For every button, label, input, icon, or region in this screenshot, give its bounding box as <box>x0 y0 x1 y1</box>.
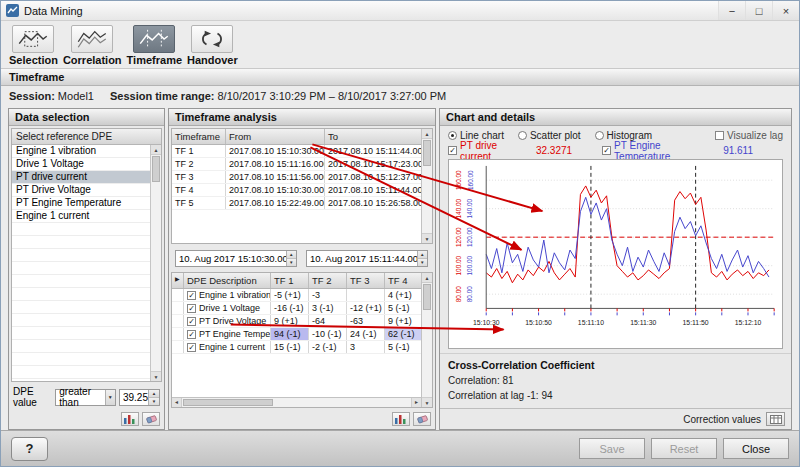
corr-value-cell[interactable]: -63 <box>347 315 385 327</box>
maximize-button[interactable]: □ <box>745 1 772 20</box>
to-datetime-spinner[interactable]: ▲▼ <box>417 251 427 266</box>
tool-timeframe[interactable]: Timeframe <box>127 25 182 66</box>
tf-column-header[interactable]: Timeframe <box>172 129 226 144</box>
reset-button[interactable]: Reset <box>651 438 717 459</box>
list-item[interactable]: PT Engine Temperature <box>12 197 150 210</box>
dpe-value-input[interactable]: 39.25 ▲▼ <box>119 389 160 406</box>
scroll-down-icon[interactable]: ▼ <box>422 233 432 243</box>
vertical-scrollbar[interactable]: ▲▼ <box>421 129 432 243</box>
scroll-thumb[interactable] <box>152 156 160 182</box>
row-checkbox[interactable]: ✓ <box>187 317 196 326</box>
timeframe-row[interactable]: TF 52017.08.10 15:22:49.0002017.08.10 15… <box>172 197 432 210</box>
corr-value-cell[interactable]: 62 (-1) <box>385 328 423 340</box>
corr-column-header[interactable]: TF 4 <box>385 273 423 288</box>
tool-selection[interactable]: Selection <box>9 25 58 66</box>
corr-column-header[interactable]: TF 3 <box>347 273 385 288</box>
spin-down-icon[interactable]: ▼ <box>149 397 159 405</box>
timeframe-row[interactable]: TF 12017.08.10 15:10:30.0002017.08.10 15… <box>172 145 432 158</box>
spin-up-icon[interactable]: ▲ <box>418 251 427 258</box>
correction-values-button[interactable] <box>766 412 785 426</box>
scroll-up-icon[interactable]: ▲ <box>422 273 432 283</box>
vertical-scrollbar[interactable]: ▲▼ <box>421 273 432 407</box>
horizontal-scrollbar[interactable]: ◄► <box>172 397 421 407</box>
clear-button[interactable] <box>413 412 431 426</box>
corr-row[interactable]: ✓PT Engine Temperat94 (-1)-10 (-1)24 (-1… <box>172 328 432 341</box>
dpe-operator-select[interactable]: greater than ▼ <box>55 389 116 406</box>
scroll-down-icon[interactable]: ▼ <box>151 371 161 381</box>
timeframe-row[interactable]: TF 22017.08.10 15:11:16.0002017.08.10 15… <box>172 158 432 171</box>
tf-column-header[interactable]: From <box>226 129 325 144</box>
spin-up-icon[interactable]: ▲ <box>149 390 159 397</box>
corr-value-cell[interactable]: -3 <box>309 289 347 301</box>
scroll-thumb[interactable] <box>423 284 431 310</box>
list-item[interactable]: PT drive current <box>12 171 150 184</box>
corr-value-cell[interactable]: 5 (-1) <box>385 302 423 314</box>
corr-value-cell[interactable]: 4 (+1) <box>385 289 423 301</box>
radio-icon <box>518 131 527 140</box>
scroll-thumb[interactable] <box>423 140 431 166</box>
corr-value-cell[interactable]: -12 (+1) <box>347 302 385 314</box>
statistics-button[interactable] <box>121 412 139 426</box>
corr-value-cell[interactable] <box>347 289 385 301</box>
timeframe-row[interactable]: TF 42017.08.10 15:10:30.0002017.08.10 15… <box>172 184 432 197</box>
corr-row[interactable]: ✓PT Drive Voltage9 (+1)-64-639 (+1) <box>172 315 432 328</box>
corr-column-header[interactable]: TF 1 <box>271 273 309 288</box>
reference-dpe-column-header[interactable]: Select reference DPE <box>12 129 161 145</box>
dropdown-icon[interactable]: ▼ <box>105 390 115 405</box>
corr-value-cell[interactable]: 9 (+1) <box>385 315 423 327</box>
corr-value-cell[interactable]: -16 (-1) <box>271 302 309 314</box>
row-checkbox[interactable]: ✓ <box>187 330 196 339</box>
corr-row[interactable]: ✓Drive 1 Voltage-16 (-1)3 (-1)-12 (+1)5 … <box>172 302 432 315</box>
corr-value-cell[interactable]: 9 (+1) <box>271 315 309 327</box>
to-datetime-input[interactable]: 10. Aug 2017 15:11:44.000 ▲▼ <box>306 250 428 267</box>
help-button[interactable]: ? <box>11 437 48 461</box>
corr-value-cell[interactable]: 3 (-1) <box>309 302 347 314</box>
tf-column-header[interactable]: To <box>325 129 423 144</box>
corr-value-cell[interactable]: 5 (-1) <box>385 341 423 353</box>
dpe-list-scrollbar[interactable]: ▲ ▼ <box>150 145 161 381</box>
corr-value-cell[interactable]: 24 (-1) <box>347 328 385 340</box>
scroll-thumb[interactable] <box>183 399 273 406</box>
dpe-value-spinner[interactable]: ▲▼ <box>148 390 159 405</box>
spin-up-icon[interactable]: ▲ <box>287 251 296 258</box>
legend-checkbox[interactable]: ✓ <box>448 146 457 155</box>
spin-down-icon[interactable]: ▼ <box>287 258 296 266</box>
minimize-button[interactable]: − <box>718 1 745 20</box>
list-item[interactable]: Engine 1 current <box>12 210 150 223</box>
statistics-button[interactable] <box>392 412 410 426</box>
tool-handover[interactable]: Handover <box>187 25 238 66</box>
list-item[interactable]: PT Drive Voltage <box>12 184 150 197</box>
scroll-up-icon[interactable]: ▲ <box>151 145 161 155</box>
corr-value-cell[interactable]: -64 <box>309 315 347 327</box>
clear-button[interactable] <box>142 412 160 426</box>
corr-value-cell[interactable]: 94 (-1) <box>271 328 309 340</box>
corr-value-cell[interactable]: 15 (-1) <box>271 341 309 353</box>
chart[interactable]: 80.0080.00100.00100.00120.00120.00140.00… <box>448 159 783 349</box>
legend-checkbox[interactable]: ✓ <box>602 146 611 155</box>
from-datetime-input[interactable]: 10. Aug 2017 15:10:30.000 ▲▼ <box>175 250 297 267</box>
corr-value-cell[interactable]: -10 (-1) <box>309 328 347 340</box>
row-checkbox[interactable]: ✓ <box>187 291 196 300</box>
timeframe-row[interactable]: TF 32017.08.10 15:11:56.0002017.08.10 15… <box>172 171 432 184</box>
scroll-right-icon[interactable]: ► <box>411 398 421 407</box>
corr-column-header[interactable]: DPE Description <box>184 273 271 288</box>
corr-row[interactable]: ✓Engine 1 vibration-5 (+1)-34 (+1) <box>172 289 432 302</box>
corr-column-header[interactable]: TF 2 <box>309 273 347 288</box>
spin-down-icon[interactable]: ▼ <box>418 258 427 266</box>
tool-correlation[interactable]: Correlation <box>63 25 122 66</box>
close-window-button[interactable]: × <box>772 1 799 20</box>
close-button[interactable]: Close <box>723 438 789 459</box>
scroll-down-icon[interactable]: ▼ <box>422 397 432 407</box>
from-datetime-spinner[interactable]: ▲▼ <box>286 251 296 266</box>
save-button[interactable]: Save <box>579 438 645 459</box>
row-checkbox[interactable]: ✓ <box>187 304 196 313</box>
corr-value-cell[interactable]: -5 (+1) <box>271 289 309 301</box>
list-item[interactable]: Drive 1 Voltage <box>12 158 150 171</box>
scroll-up-icon[interactable]: ▲ <box>422 129 432 139</box>
list-item[interactable]: Engine 1 vibration <box>12 145 150 158</box>
corr-value-cell[interactable]: -2 (-1) <box>309 341 347 353</box>
scroll-left-icon[interactable]: ◄ <box>172 398 182 407</box>
corr-value-cell[interactable]: 3 <box>347 341 385 353</box>
corr-row[interactable]: ✓Engine 1 current15 (-1)-2 (-1)35 (-1) <box>172 341 432 354</box>
row-checkbox[interactable]: ✓ <box>187 343 196 352</box>
